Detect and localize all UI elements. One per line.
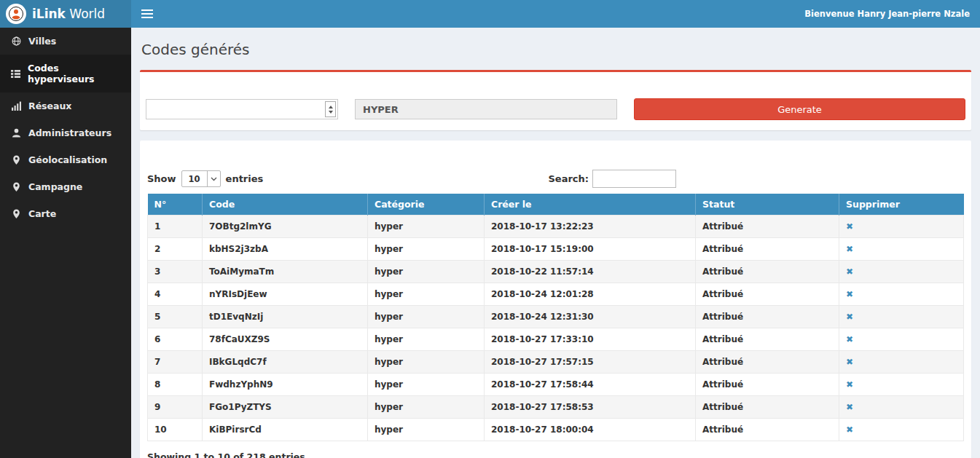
table-row: 4nYRIsDjEewhyper2018-10-24 12:01:28Attri…	[148, 283, 964, 306]
cell-code: IBkGLqdC7f	[203, 351, 368, 374]
search-label: Search:	[548, 173, 589, 184]
cell-category: hyper	[368, 419, 485, 441]
main-content: Codes générés Generate Show	[131, 28, 980, 458]
header-status: Statut	[696, 194, 839, 216]
table-info: Showing 1 to 10 of 218 entries	[147, 451, 964, 458]
cell-created: 2018-10-27 17:58:53	[485, 396, 696, 419]
table-row: 5tD1EvqNzIjhyper2018-10-24 12:31:30Attri…	[148, 306, 964, 328]
cell-num: 4	[148, 283, 203, 306]
cell-category: hyper	[368, 328, 485, 351]
search-input[interactable]	[592, 170, 676, 188]
page-title: Codes générés	[141, 41, 971, 58]
cell-num: 6	[148, 328, 203, 351]
header-num: N°	[148, 194, 203, 216]
search-control: Search:	[548, 170, 676, 188]
cell-created: 2018-10-27 17:57:15	[485, 351, 696, 374]
cell-code: 78fCaUXZ9S	[203, 328, 368, 351]
sidebar-item-label: Codes hyperviseurs	[28, 63, 120, 84]
sidebar-item-reseaux[interactable]: Réseaux	[0, 92, 131, 119]
cell-created: 2018-10-22 11:57:14	[485, 261, 696, 283]
table-row: 7IBkGLqdC7fhyper2018-10-27 17:57:15Attri…	[148, 351, 964, 374]
quantity-field-wrap	[146, 99, 338, 119]
cell-delete: ✖	[839, 374, 964, 396]
cell-status: Attribué	[696, 419, 839, 441]
signal-bars-icon	[11, 101, 21, 111]
cell-delete: ✖	[839, 216, 964, 238]
delete-icon[interactable]: ✖	[846, 266, 853, 277]
spinner-down-icon[interactable]	[329, 111, 333, 114]
cell-category: hyper	[368, 374, 485, 396]
cell-delete: ✖	[839, 283, 964, 306]
cell-status: Attribué	[696, 396, 839, 419]
sidebar-item-carte[interactable]: Carte	[0, 200, 131, 227]
delete-icon[interactable]: ✖	[846, 334, 853, 344]
delete-icon[interactable]: ✖	[846, 402, 853, 412]
sidebar-item-label: Administrateurs	[28, 127, 111, 138]
sidebar-item-villes[interactable]: Villes	[0, 28, 131, 55]
page-length-control: Show 10 entries	[147, 170, 263, 187]
table-header-row: N° Code Catégorie Créer le Statut Suppri…	[148, 194, 964, 216]
cell-status: Attribué	[696, 351, 839, 374]
navbar: Bienvenue Hanry Jean-pierre Nzale	[131, 0, 980, 28]
sidebar-item-label: Campagne	[28, 181, 82, 192]
cell-code: 7OBtg2lmYG	[203, 216, 368, 238]
table-row: 3ToAiMymaTmhyper2018-10-22 11:57:14Attri…	[148, 261, 964, 283]
cell-delete: ✖	[839, 261, 964, 283]
sidebar-item-codes-hyperviseurs[interactable]: Codes hyperviseurs	[0, 55, 131, 92]
page-length-select[interactable]: 10	[181, 170, 221, 187]
cell-delete: ✖	[839, 328, 964, 351]
delete-icon[interactable]: ✖	[846, 221, 853, 232]
cell-created: 2018-10-27 17:58:44	[485, 374, 696, 396]
cell-delete: ✖	[839, 351, 964, 374]
delete-icon[interactable]: ✖	[846, 244, 853, 254]
header-created: Créer le	[485, 194, 696, 216]
codes-table: N° Code Catégorie Créer le Statut Suppri…	[147, 194, 964, 441]
cell-num: 9	[148, 396, 203, 419]
cell-status: Attribué	[696, 216, 839, 238]
delete-icon[interactable]: ✖	[846, 357, 853, 367]
sidebar-item-campagne[interactable]: Campagne	[0, 173, 131, 200]
cell-category: hyper	[368, 216, 485, 238]
delete-icon[interactable]: ✖	[846, 312, 853, 322]
sidebar-item-geolocalisation[interactable]: Géolocalisation	[0, 146, 131, 173]
quantity-input[interactable]	[146, 99, 338, 119]
cell-delete: ✖	[839, 306, 964, 328]
cell-code: ToAiMymaTm	[203, 261, 368, 283]
list-icon	[11, 69, 20, 79]
category-input[interactable]	[355, 99, 617, 119]
delete-icon[interactable]: ✖	[846, 379, 853, 390]
spinner-up-icon[interactable]	[329, 106, 333, 108]
globe-icon	[11, 36, 21, 46]
cell-category: hyper	[368, 261, 485, 283]
generate-button[interactable]: Generate	[634, 98, 965, 120]
header-category: Catégorie	[368, 194, 485, 216]
cell-num: 1	[148, 216, 203, 238]
codes-table-body: 17OBtg2lmYGhyper2018-10-17 13:22:23Attri…	[148, 216, 964, 441]
app-logo-icon	[6, 4, 26, 24]
brand: iLink World	[0, 0, 131, 28]
cell-created: 2018-10-27 18:00:04	[485, 419, 696, 441]
header-delete: Supprimer	[839, 194, 964, 216]
cell-code: FwdhzYphN9	[203, 374, 368, 396]
menu-toggle-icon[interactable]	[141, 7, 153, 20]
brand-name: iLink World	[32, 7, 105, 21]
cell-delete: ✖	[839, 396, 964, 419]
number-spinner[interactable]	[325, 101, 336, 117]
map-marker-icon	[11, 155, 21, 165]
cell-num: 5	[148, 306, 203, 328]
sidebar: Villes Codes hyperviseurs Réseaux	[0, 28, 131, 458]
cell-status: Attribué	[696, 328, 839, 351]
cell-code: nYRIsDjEew	[203, 283, 368, 306]
cell-num: 8	[148, 374, 203, 396]
table-row: 2kbHS2j3zbAhyper2018-10-17 15:19:00Attri…	[148, 238, 964, 261]
table-row: 17OBtg2lmYGhyper2018-10-17 13:22:23Attri…	[148, 216, 964, 238]
delete-icon[interactable]: ✖	[846, 289, 853, 299]
cell-status: Attribué	[696, 283, 839, 306]
sidebar-item-label: Géolocalisation	[28, 154, 107, 165]
cell-category: hyper	[368, 283, 485, 306]
cell-num: 10	[148, 419, 203, 441]
cell-status: Attribué	[696, 238, 839, 261]
delete-icon[interactable]: ✖	[846, 425, 853, 435]
cell-num: 7	[148, 351, 203, 374]
sidebar-item-administrateurs[interactable]: Administrateurs	[0, 119, 131, 146]
